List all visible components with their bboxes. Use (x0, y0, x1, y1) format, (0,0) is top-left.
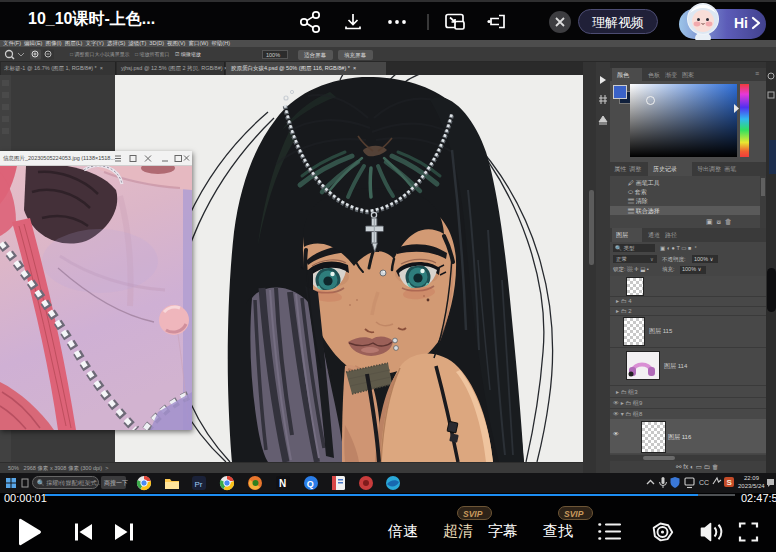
svg-text:S: S (726, 478, 732, 487)
svg-text:Pr: Pr (195, 480, 203, 489)
svg-text:N: N (279, 478, 286, 489)
svg-text:CC: CC (699, 479, 709, 486)
svg-text:Q: Q (307, 479, 314, 489)
